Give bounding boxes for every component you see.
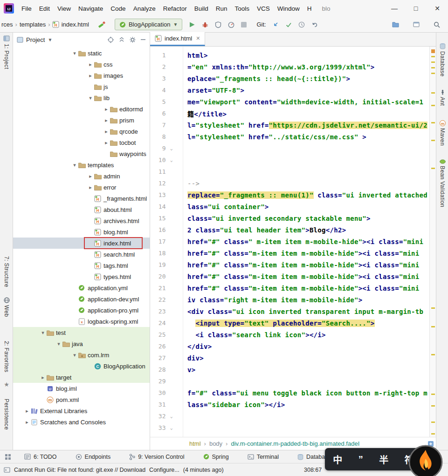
menu-tools[interactable]: Tools	[231, 5, 254, 12]
toolstrip-persistence[interactable]: Persistence	[0, 399, 13, 430]
toolstrip-bean-validation[interactable]: Bean Validation	[436, 159, 448, 207]
toolbar-terminal[interactable]: Terminal	[248, 454, 279, 460]
profiler-button[interactable]	[228, 21, 234, 28]
tree-row-waypoints[interactable]: waypoints	[13, 148, 150, 159]
tree-row-blog.html[interactable]: Hblog.html	[13, 226, 150, 238]
tree-row-editormd[interactable]: ▸editormd	[13, 103, 150, 115]
chevron-right-icon[interactable]: ▸	[23, 419, 31, 425]
toolstrip-project[interactable]: 1: Project	[0, 44, 13, 69]
toolstrip-favorites[interactable]: 2: Favorites	[0, 341, 13, 373]
toolstrip-ant[interactable]: Ant	[436, 89, 448, 106]
stripe-mark[interactable]	[431, 122, 435, 123]
code-line-29[interactable]: 29	[150, 375, 429, 387]
chevron-down-icon[interactable]: ▾	[71, 162, 78, 168]
chevron-right-icon[interactable]: ▸	[103, 140, 110, 146]
status-configure-link[interactable]: Configure...	[149, 467, 179, 473]
chevron-right-icon[interactable]: ▸	[103, 106, 110, 112]
close-button[interactable]: ✕	[427, 0, 448, 17]
fold-marker-icon[interactable]: ⌄	[166, 425, 177, 430]
code-line-27[interactable]: 27div>	[150, 352, 429, 364]
tab-index-html[interactable]: H index.html ✕	[150, 32, 205, 46]
search-everywhere-icon[interactable]	[434, 21, 440, 28]
tree-row-pom.xml[interactable]: mpom.xml	[13, 394, 150, 405]
ime-logo-icon[interactable]	[408, 445, 443, 476]
tree-row-com.lrm[interactable]: ▾com.lrm	[13, 349, 150, 360]
code-line-32[interactable]: 32⌄	[150, 410, 429, 422]
tree-row-External Libraries[interactable]: ▸External Libraries	[13, 405, 150, 416]
stripe-mark[interactable]	[431, 405, 435, 407]
project-toolwindow-icon[interactable]	[0, 35, 13, 41]
stripe-mark[interactable]	[431, 394, 435, 395]
tree-row-application-pro.yml[interactable]: application-pro.yml	[13, 305, 150, 316]
minimize-button[interactable]: —	[384, 0, 405, 17]
error-stripe[interactable]	[429, 47, 436, 437]
chevron-right-icon[interactable]: ▸	[87, 61, 94, 68]
code-line-15[interactable]: 15class="ui inverted secondary stackable…	[150, 212, 429, 224]
code-lines[interactable]: 1html>2="en" xmlns:th="http://www.w3.org…	[150, 47, 429, 437]
toolstrip-web[interactable]: Web	[0, 305, 13, 317]
code-line-5[interactable]: 5me="viewport" content="width=device-wid…	[150, 96, 429, 108]
fold-marker-icon[interactable]: ⌄	[166, 414, 177, 419]
stripe-mark[interactable]	[431, 354, 435, 355]
stripe-mark[interactable]	[431, 422, 435, 423]
code-line-2[interactable]: 2="en" xmlns:th="http://www.w3.org/1999/…	[150, 61, 429, 73]
menu-window[interactable]: Window	[274, 5, 303, 12]
stripe-mark[interactable]	[431, 73, 435, 74]
caret-position[interactable]: 308:67	[304, 467, 322, 473]
code-line-23[interactable]: 23<div class="ui icon inverted transpare…	[150, 306, 429, 317]
code-line-18[interactable]: 18href="#" class="m-item item m-mobile-h…	[150, 247, 429, 259]
tree-row-search.html[interactable]: Hsearch.html	[13, 249, 150, 260]
menu-analyze[interactable]: Analyze	[130, 5, 159, 12]
stripe-mark[interactable]	[431, 433, 435, 435]
code-line-11[interactable]: 11	[150, 166, 429, 177]
code-line-33[interactable]: 33⌄	[150, 422, 429, 434]
menu-run[interactable]: Run	[212, 5, 231, 12]
stripe-mark[interactable]	[431, 140, 435, 141]
tree-row-admin[interactable]: ▸admin	[13, 170, 150, 182]
code-line-3[interactable]: 3eplace="_fragments :: head(~{::title})"…	[150, 73, 429, 84]
tree-row-about.html[interactable]: Habout.html	[13, 204, 150, 215]
tree-row-templates[interactable]: ▾templates	[13, 159, 150, 170]
tree-row-test[interactable]: ▾test	[13, 327, 150, 338]
chevron-right-icon[interactable]: ▸	[103, 117, 110, 123]
breadcrumb-body[interactable]: body	[209, 440, 222, 447]
tree-row-css[interactable]: ▸css	[13, 59, 150, 70]
code-line-13[interactable]: 13replace="_fragments :: menu(1)" class=…	[150, 189, 429, 201]
tree-row-tags.html[interactable]: Htags.html	[13, 260, 150, 271]
code-line-25[interactable]: 25 <i class="search link icon"></i>	[150, 329, 429, 340]
tree-row-tocbot[interactable]: ▸tocbot	[13, 137, 150, 148]
code-line-10[interactable]: 10⌄	[150, 154, 429, 166]
status-message[interactable]: Cannot Run Git: File not found: git.exe …	[14, 467, 145, 473]
stripe-mark[interactable]	[431, 105, 435, 106]
code-line-17[interactable]: 17href="#" class=" m-item item m-mobile-…	[150, 236, 429, 247]
code-line-28[interactable]: 28v>	[150, 364, 429, 375]
stripe-mark[interactable]	[431, 61, 435, 63]
tree-row-BlogApplication[interactable]: CBlogApplication	[13, 360, 150, 372]
menu-navigate[interactable]: Navigate	[75, 5, 107, 12]
breadcrumb-templates[interactable]: templates	[18, 21, 47, 28]
code-line-31[interactable]: 31lass="sidebar icon"></i>	[150, 399, 429, 410]
locate-file-icon[interactable]	[107, 36, 114, 43]
project-panel-title[interactable]: Project	[26, 36, 45, 43]
code-line-30[interactable]: 30f="#" class="ui menu toggle black icon…	[150, 387, 429, 399]
menu-view[interactable]: View	[54, 5, 75, 12]
tree-row-logback-spring.xml[interactable]: xlogback-spring.xml	[13, 316, 150, 327]
tree-row-_fragments.html[interactable]: H_fragments.html	[13, 193, 150, 204]
tree-row-js[interactable]: js	[13, 81, 150, 92]
tree-row-application-dev.yml[interactable]: application-dev.yml	[13, 293, 150, 305]
tree-row-static[interactable]: ▾static	[13, 48, 150, 59]
code-line-24[interactable]: 24 <input type="text" placeholder="Searc…	[150, 317, 429, 329]
tree-row-images[interactable]: ▸images	[13, 70, 150, 81]
chevron-right-icon[interactable]: ▸	[87, 173, 94, 179]
ime-glyph[interactable]: ”	[358, 454, 363, 465]
code-line-1[interactable]: 1html>	[150, 49, 429, 61]
ime-glyph[interactable]: 半	[379, 453, 388, 466]
tree-row-error[interactable]: ▸error	[13, 182, 150, 193]
ime-glyph[interactable]: 中	[333, 453, 342, 466]
code-line-26[interactable]: 26</div>	[150, 340, 429, 352]
tree-row-java[interactable]: ▾java	[13, 338, 150, 349]
tree-row-target[interactable]: ▸target	[13, 372, 150, 383]
hide-panel-icon[interactable]	[140, 37, 146, 42]
chevron-down-icon[interactable]: ▾	[71, 352, 78, 358]
toolbar-6-todo[interactable]: 6: TODO	[24, 454, 57, 460]
